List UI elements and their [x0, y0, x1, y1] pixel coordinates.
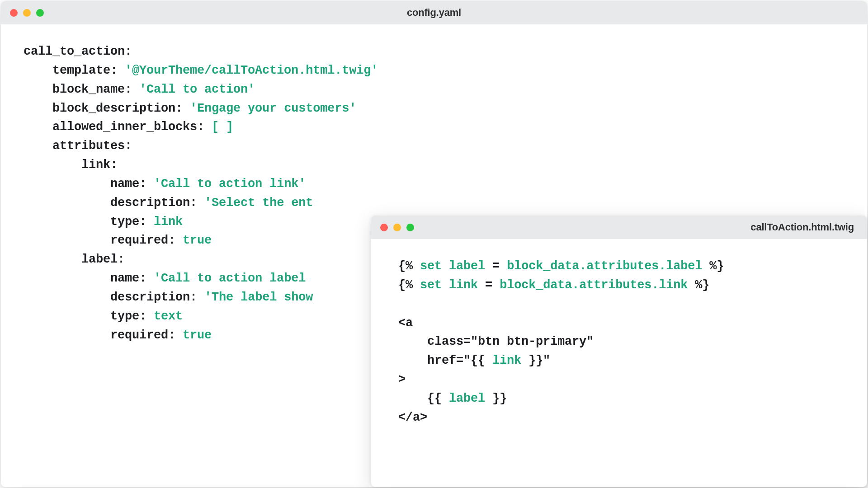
code-token: required: [110, 328, 175, 342]
code-token: block_description: [52, 102, 183, 115]
titlebar: callToAction.html.twig [371, 216, 867, 239]
code-token: set [420, 259, 442, 273]
code-token: " [586, 335, 594, 348]
code-token: " [463, 354, 471, 367]
code-token: block_name: [52, 83, 132, 96]
code-token: name: [110, 177, 146, 191]
traffic-lights [380, 224, 414, 231]
code-token: template: [52, 64, 118, 77]
minimize-icon[interactable] [393, 224, 401, 231]
zoom-icon[interactable] [36, 9, 44, 17]
code-token: type: [110, 215, 146, 229]
code-token: 'Engage your customers' [190, 102, 356, 115]
window-title: callToAction.html.twig [750, 221, 854, 233]
code-token: allowed_inner_blocks: [52, 120, 204, 134]
code-token: text [154, 310, 183, 323]
code-token: 'Call to action link' [154, 177, 306, 191]
code-token: [ ] [212, 120, 233, 134]
code-token: true [183, 328, 212, 342]
code-token: 'Call to action' [139, 83, 255, 96]
code-token: set [420, 278, 442, 292]
code-token: " [543, 354, 550, 367]
code-token: 'The label show [204, 291, 313, 304]
code-token: {% [398, 278, 413, 292]
minimize-icon[interactable] [23, 9, 31, 17]
code-token: = [485, 278, 492, 292]
code-area[interactable]: {% set label = block_data.attributes.lab… [371, 239, 867, 450]
code-token: }} [485, 392, 507, 405]
code-token: block_data.attributes.link [500, 278, 688, 292]
code-token: %} [695, 278, 709, 292]
code-token: > [398, 373, 406, 386]
code-token: required: [110, 234, 175, 247]
window-title: config.yaml [407, 7, 461, 19]
code-token: <a [398, 316, 413, 330]
code-token: label [449, 392, 485, 405]
code-token: {{ [427, 392, 449, 405]
code-token: " [471, 335, 478, 348]
traffic-lights [10, 9, 44, 17]
editor-window-twig: callToAction.html.twig {% set label = bl… [371, 215, 867, 487]
code-token: %} [709, 259, 724, 273]
code-token: 'Select the ent [204, 196, 313, 210]
code-token: {{ [471, 354, 492, 367]
close-icon[interactable] [380, 224, 388, 231]
code-token: link [154, 215, 183, 229]
code-token: class= [427, 335, 471, 348]
code-token: '@YourTheme/callToAction.html.twig' [125, 64, 378, 77]
code-token: description: [110, 291, 197, 304]
code-token: label: [81, 253, 125, 266]
close-icon[interactable] [10, 9, 18, 17]
code-token: 'Call to action label [154, 272, 306, 285]
code-token: </a> [398, 411, 427, 424]
code-token: attributes: [52, 139, 132, 153]
code-token: link [449, 278, 478, 292]
code-token: description: [110, 196, 197, 210]
code-token: block_data.attributes.label [507, 259, 702, 273]
code-token: link [492, 354, 521, 367]
code-token: label [449, 259, 485, 273]
code-token: {% [398, 259, 413, 273]
code-token: type: [110, 310, 146, 323]
code-token: name: [110, 272, 146, 285]
code-token: call_to_action: [24, 45, 132, 58]
code-token: true [183, 234, 212, 247]
code-token: btn btn-primary [478, 335, 586, 348]
code-token: link: [81, 158, 118, 172]
code-token: href= [427, 354, 463, 367]
titlebar: config.yaml [1, 1, 867, 24]
zoom-icon[interactable] [406, 224, 414, 231]
code-token: }} [521, 354, 543, 367]
code-token: = [492, 259, 500, 273]
